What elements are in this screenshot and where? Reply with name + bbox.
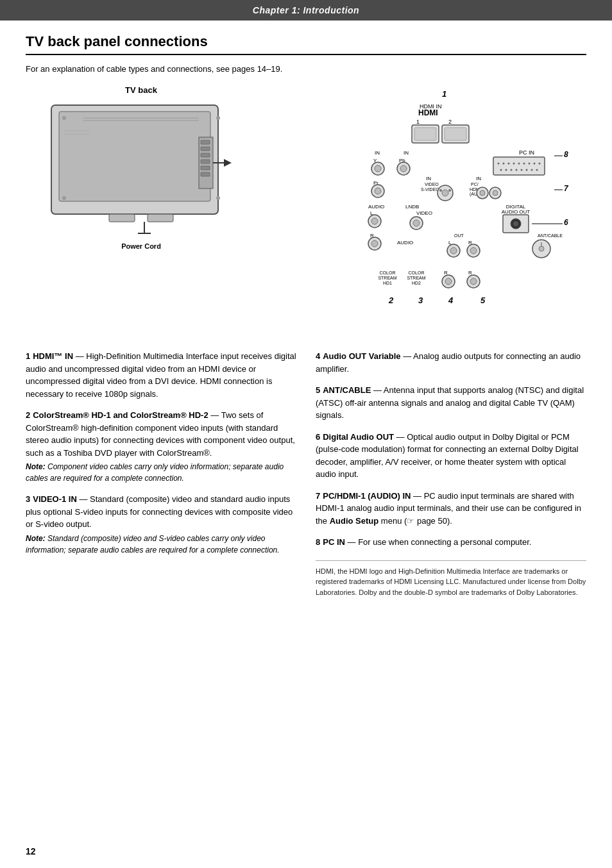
intro-text: For an explanation of cable types and co…	[26, 64, 586, 74]
svg-point-87	[413, 220, 420, 226]
desc-title-2: ColorStream® HD-1 and ColorStream® HD-2	[33, 410, 208, 420]
svg-text:2: 2	[388, 296, 394, 305]
svg-point-56	[521, 169, 523, 171]
svg-point-68	[439, 189, 442, 192]
svg-text:1: 1	[416, 119, 420, 125]
desc-text-8: — For use when connecting a personal com…	[345, 537, 532, 547]
desc-title-5: ANT/CABLE	[323, 385, 371, 395]
desc-item-8: 8PC IN — For use when connecting a perso…	[316, 536, 586, 549]
svg-text:OUT: OUT	[454, 233, 464, 238]
page-header: Chapter 1: Introduction	[0, 0, 612, 21]
svg-point-48	[523, 163, 525, 165]
svg-point-47	[518, 163, 520, 165]
svg-text:IN: IN	[426, 176, 431, 181]
svg-rect-30	[445, 128, 466, 140]
desc-title-1: HDMI™ IN	[33, 351, 73, 361]
svg-text:HD1: HD1	[383, 281, 392, 285]
desc-item-5: 5ANT/CABLE — Antenna input that supports…	[316, 384, 586, 422]
desc-note-3: Note: Standard (composite) video and S-v…	[26, 533, 296, 556]
desc-num-7: 7	[316, 491, 320, 501]
svg-text:VIDEO: VIDEO	[425, 182, 439, 187]
left-descriptions: 1HDMI™ IN — High-Definition Multimedia I…	[26, 350, 296, 597]
svg-rect-42	[493, 157, 545, 175]
svg-point-43	[498, 163, 500, 165]
svg-text:ANT/CABLE: ANT/CABLE	[538, 233, 563, 238]
svg-point-46	[513, 163, 515, 165]
svg-point-97	[371, 240, 378, 247]
desc-title-3: VIDEO-1 IN	[33, 494, 77, 504]
svg-point-54	[511, 169, 513, 171]
svg-text:COLOR: COLOR	[409, 271, 425, 275]
svg-text:S-VIDEO: S-VIDEO	[421, 187, 439, 192]
right-descriptions: 4Audio OUT Variable — Analog audio outpu…	[316, 350, 586, 597]
svg-point-19	[216, 116, 220, 120]
tv-back-section: TV back	[26, 85, 257, 250]
svg-point-49	[529, 163, 531, 165]
svg-text:IN: IN	[476, 176, 481, 181]
svg-text:3: 3	[418, 296, 423, 305]
svg-point-18	[62, 116, 66, 120]
svg-text:LNDB: LNDB	[405, 204, 419, 210]
desc-title-4: Audio OUT Variable	[323, 351, 400, 361]
svg-point-59	[536, 169, 538, 171]
svg-text:AUDIO OUT: AUDIO OUT	[502, 209, 531, 215]
desc-num-5: 5	[316, 385, 320, 395]
svg-text:STREAM: STREAM	[407, 276, 425, 280]
svg-text:1: 1	[442, 89, 446, 99]
svg-text:COLOR: COLOR	[380, 271, 396, 275]
svg-point-106	[470, 247, 477, 254]
svg-point-53	[506, 169, 507, 171]
svg-text:7: 7	[564, 184, 569, 193]
svg-text:HDMI: HDMI	[418, 108, 438, 117]
svg-point-121	[470, 278, 477, 285]
svg-text:VIDEO: VIDEO	[416, 210, 432, 216]
tv-back-label: TV back	[125, 85, 157, 95]
svg-text:AUDIO: AUDIO	[368, 204, 384, 210]
svg-point-103	[450, 247, 457, 254]
svg-text:5: 5	[480, 296, 486, 305]
svg-rect-11	[109, 214, 135, 222]
desc-item-3: 3VIDEO-1 IN — Standard (composite) video…	[26, 493, 296, 556]
desc-num-6: 6	[316, 432, 320, 442]
svg-text:PC IN: PC IN	[519, 149, 534, 156]
svg-rect-5	[201, 153, 210, 157]
desc-num-1: 1	[26, 351, 30, 361]
svg-point-21	[216, 196, 220, 200]
svg-rect-12	[148, 214, 173, 222]
desc-title-7: PC/HDMI-1 (AUDIO) IN	[323, 491, 411, 501]
desc-item-2: 2ColorStream® HD-1 and ColorStream® HD-2…	[26, 409, 296, 484]
svg-point-55	[516, 169, 518, 171]
svg-rect-3	[201, 140, 210, 144]
svg-point-108	[539, 246, 544, 251]
desc-num-4: 4	[316, 351, 320, 361]
svg-text:STREAM: STREAM	[378, 276, 396, 280]
tv-image-container	[45, 99, 237, 240]
svg-point-69	[448, 189, 451, 192]
svg-point-38	[375, 165, 381, 172]
power-cord-label: Power Cord	[121, 242, 161, 250]
desc-item-4: 4Audio OUT Variable — Analog audio outpu…	[316, 350, 586, 375]
section-title: TV back panel connections	[26, 33, 586, 55]
svg-point-67	[442, 190, 448, 196]
svg-text:4: 4	[448, 296, 454, 305]
desc-num-3: 3	[26, 494, 30, 504]
footer-disclaimer: HDMI, the HDMI logo and High-Definition …	[316, 560, 586, 598]
svg-text:2: 2	[448, 119, 452, 125]
svg-text:HD2: HD2	[412, 281, 421, 285]
svg-text:IN: IN	[375, 150, 380, 156]
svg-point-58	[531, 169, 533, 171]
page-number: 12	[26, 846, 36, 856]
desc-item-7: 7PC/HDMI-1 (AUDIO) IN — PC audio input t…	[316, 490, 586, 528]
svg-point-77	[480, 190, 485, 196]
svg-rect-7	[201, 166, 210, 170]
connector-panel: 1 HDMI IN HDMI 1 2 IN IN PC IN	[317, 85, 586, 331]
svg-point-44	[503, 163, 505, 165]
svg-point-57	[526, 169, 528, 171]
svg-point-52	[500, 169, 502, 171]
svg-text:PC/: PC/	[471, 182, 479, 187]
svg-point-62	[375, 188, 381, 194]
svg-text:AUDIO: AUDIO	[397, 240, 413, 246]
svg-rect-4	[201, 147, 210, 151]
chapter-title: Chapter 1: Introduction	[253, 5, 359, 15]
svg-point-118	[445, 278, 452, 285]
